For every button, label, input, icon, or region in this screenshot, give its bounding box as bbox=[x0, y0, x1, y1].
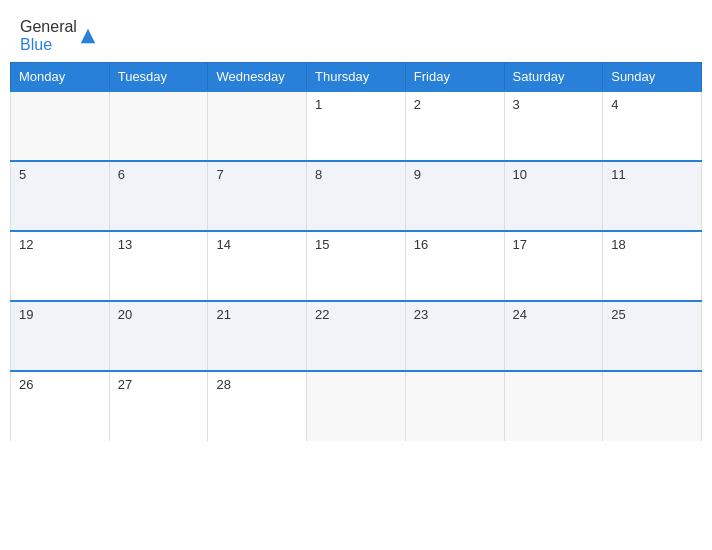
calendar-cell bbox=[109, 91, 208, 161]
calendar-cell: 15 bbox=[307, 231, 406, 301]
day-number: 18 bbox=[611, 237, 625, 252]
logo-general-text: General bbox=[20, 18, 77, 35]
day-number: 28 bbox=[216, 377, 230, 392]
day-number: 10 bbox=[513, 167, 527, 182]
day-number: 11 bbox=[611, 167, 625, 182]
day-number: 2 bbox=[414, 97, 421, 112]
weekday-row: MondayTuesdayWednesdayThursdayFridaySatu… bbox=[11, 63, 702, 92]
day-number: 19 bbox=[19, 307, 33, 322]
calendar-cell: 9 bbox=[405, 161, 504, 231]
calendar-table: MondayTuesdayWednesdayThursdayFridaySatu… bbox=[10, 62, 702, 441]
logo-text: General Blue bbox=[20, 18, 77, 54]
calendar-cell: 28 bbox=[208, 371, 307, 441]
calendar-week-row: 262728 bbox=[11, 371, 702, 441]
calendar-cell bbox=[603, 371, 702, 441]
day-number: 13 bbox=[118, 237, 132, 252]
calendar-cell: 27 bbox=[109, 371, 208, 441]
calendar-cell: 2 bbox=[405, 91, 504, 161]
calendar-cell: 7 bbox=[208, 161, 307, 231]
calendar-week-row: 12131415161718 bbox=[11, 231, 702, 301]
calendar-cell: 24 bbox=[504, 301, 603, 371]
day-number: 16 bbox=[414, 237, 428, 252]
calendar-cell: 19 bbox=[11, 301, 110, 371]
day-number: 4 bbox=[611, 97, 618, 112]
weekday-header-saturday: Saturday bbox=[504, 63, 603, 92]
calendar-cell: 11 bbox=[603, 161, 702, 231]
calendar-cell: 17 bbox=[504, 231, 603, 301]
calendar-cell: 10 bbox=[504, 161, 603, 231]
calendar-cell: 3 bbox=[504, 91, 603, 161]
calendar-cell bbox=[307, 371, 406, 441]
calendar-cell bbox=[208, 91, 307, 161]
calendar-cell bbox=[11, 91, 110, 161]
calendar-body: 1234567891011121314151617181920212223242… bbox=[11, 91, 702, 441]
day-number: 23 bbox=[414, 307, 428, 322]
logo-icon bbox=[79, 27, 97, 45]
calendar-cell: 21 bbox=[208, 301, 307, 371]
day-number: 20 bbox=[118, 307, 132, 322]
calendar-cell: 8 bbox=[307, 161, 406, 231]
calendar-cell: 1 bbox=[307, 91, 406, 161]
calendar-cell: 25 bbox=[603, 301, 702, 371]
day-number: 22 bbox=[315, 307, 329, 322]
calendar-week-row: 19202122232425 bbox=[11, 301, 702, 371]
day-number: 12 bbox=[19, 237, 33, 252]
calendar-cell: 14 bbox=[208, 231, 307, 301]
calendar-cell bbox=[405, 371, 504, 441]
weekday-header-sunday: Sunday bbox=[603, 63, 702, 92]
day-number: 15 bbox=[315, 237, 329, 252]
weekday-header-tuesday: Tuesday bbox=[109, 63, 208, 92]
day-number: 14 bbox=[216, 237, 230, 252]
day-number: 26 bbox=[19, 377, 33, 392]
calendar-cell: 12 bbox=[11, 231, 110, 301]
logo: General Blue bbox=[20, 18, 97, 54]
day-number: 8 bbox=[315, 167, 322, 182]
day-number: 25 bbox=[611, 307, 625, 322]
calendar-cell: 5 bbox=[11, 161, 110, 231]
logo-blue-text: Blue bbox=[20, 36, 52, 53]
calendar-cell: 18 bbox=[603, 231, 702, 301]
calendar-cell bbox=[504, 371, 603, 441]
day-number: 6 bbox=[118, 167, 125, 182]
calendar-week-row: 1234 bbox=[11, 91, 702, 161]
day-number: 17 bbox=[513, 237, 527, 252]
calendar-cell: 16 bbox=[405, 231, 504, 301]
weekday-header-monday: Monday bbox=[11, 63, 110, 92]
day-number: 27 bbox=[118, 377, 132, 392]
day-number: 9 bbox=[414, 167, 421, 182]
calendar-cell: 23 bbox=[405, 301, 504, 371]
calendar-cell: 22 bbox=[307, 301, 406, 371]
day-number: 7 bbox=[216, 167, 223, 182]
day-number: 1 bbox=[315, 97, 322, 112]
day-number: 21 bbox=[216, 307, 230, 322]
day-number: 3 bbox=[513, 97, 520, 112]
weekday-header-thursday: Thursday bbox=[307, 63, 406, 92]
calendar-cell: 20 bbox=[109, 301, 208, 371]
calendar-cell: 6 bbox=[109, 161, 208, 231]
calendar-cell: 13 bbox=[109, 231, 208, 301]
page-header: General Blue bbox=[10, 10, 702, 58]
weekday-header-wednesday: Wednesday bbox=[208, 63, 307, 92]
day-number: 24 bbox=[513, 307, 527, 322]
weekday-header-friday: Friday bbox=[405, 63, 504, 92]
day-number: 5 bbox=[19, 167, 26, 182]
calendar-header: MondayTuesdayWednesdayThursdayFridaySatu… bbox=[11, 63, 702, 92]
svg-marker-0 bbox=[81, 29, 95, 43]
calendar-cell: 26 bbox=[11, 371, 110, 441]
calendar-cell: 4 bbox=[603, 91, 702, 161]
calendar-week-row: 567891011 bbox=[11, 161, 702, 231]
